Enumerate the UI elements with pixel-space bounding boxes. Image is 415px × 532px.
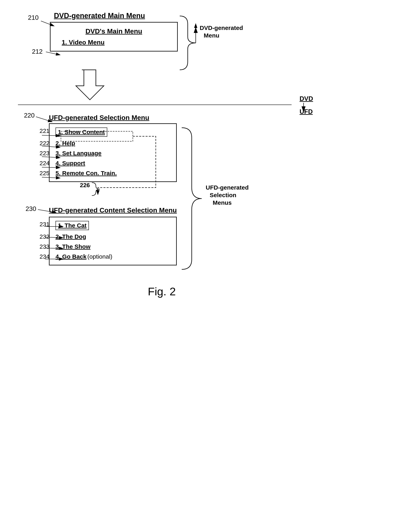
svg-text:UFD: UFD [300,108,313,115]
label-223: 223 [40,150,49,157]
svg-text:Menu: Menu [204,32,219,39]
ufd-content-item-232: 232 2. The Dog [56,232,170,242]
label-212: 212 [32,48,42,55]
dvd-main-menu-box-title: DVD's Main Menu [58,27,170,35]
dvd-main-menu-title: DVD-generated Main Menu [54,12,145,20]
ufd-content-the-show[interactable]: 3. The Show [56,243,90,250]
label-224: 224 [40,160,49,167]
dvd-main-menu-box: DVD's Main Menu 1. Video Menu [50,22,178,51]
ufd-item-help[interactable]: 2. Help [56,140,75,146]
dvd-video-menu: 1. Video Menu [62,39,170,46]
ufd-menu-item-225: 225 5. Remote Con. Train. [56,168,170,178]
ufd-menu-item-221: 221 1. Show Content [56,126,170,138]
label-232: 232 [40,233,49,240]
ufd-item-show-content[interactable]: 1. Show Content [56,127,107,137]
ufd-menu-item-222: 222 2. Help [56,138,170,148]
label-222: 222 [40,140,49,147]
svg-text:Fig. 2: Fig. 2 [148,285,176,298]
label-234: 234 [40,253,49,260]
svg-text:DVD-generated: DVD-generated [200,25,243,31]
ufd-content-item-233: 233 3. The Show [56,242,170,252]
ufd-item-support[interactable]: 4. Support [56,160,85,166]
label-220: 220 [24,112,35,119]
go-back-optional: (optional) [88,253,112,260]
ufd-content-the-cat[interactable]: 1. The Cat [56,221,89,230]
svg-text:UFD-generated: UFD-generated [206,184,249,191]
svg-text:Selection: Selection [210,192,236,198]
svg-text:Menus: Menus [213,199,232,206]
ufd-content-the-dog[interactable]: 2. The Dog [56,233,86,240]
label-233: 233 [40,243,49,250]
svg-line-14 [46,52,60,55]
ufd-content-menu-box: 231 1. The Cat 232 2. The Dog 233 3. The… [49,217,177,266]
ufd-content-item-231: 231 1. The Cat [56,219,170,232]
ufd-content-go-back[interactable]: 4. Go Back [56,253,87,260]
ufd-selection-menu-box: 221 1. Show Content 222 2. Help 223 3. S… [49,123,177,182]
label-230: 230 [26,205,36,212]
ufd-item-set-language[interactable]: 3. Set Language [56,150,101,156]
label-210: 210 [28,14,39,21]
label-225: 225 [40,170,49,177]
svg-marker-7 [76,70,104,100]
ufd-menu-item-224: 224 4. Support [56,158,170,168]
svg-text:DVD: DVD [300,95,313,102]
ufd-content-item-234: 234 4. Go Back (optional) [56,252,170,262]
label-231: 231 [40,221,49,228]
ufd-item-remote-con[interactable]: 5. Remote Con. Train. [56,170,117,176]
svg-text:226: 226 [80,182,90,188]
ufd-selection-menu-title: UFD-generated Selection Menu [49,114,149,122]
ufd-content-menu-title: UFD-generated Content Selection Menu [49,206,177,214]
ufd-menu-item-223: 223 3. Set Language [56,148,170,158]
label-221: 221 [40,127,49,134]
